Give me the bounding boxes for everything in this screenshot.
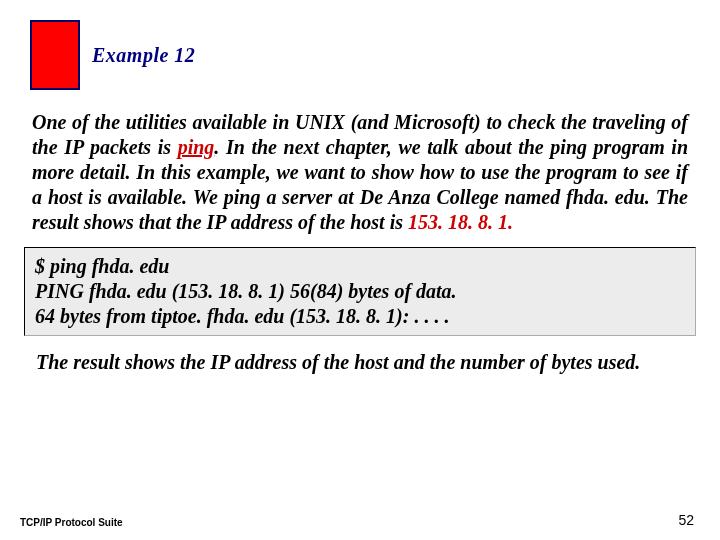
footer-title: TCP/IP Protocol Suite <box>20 517 123 528</box>
footer: TCP/IP Protocol Suite 52 <box>20 512 694 528</box>
code-block: $ ping fhda. edu PING fhda. edu (153. 18… <box>24 247 696 336</box>
example-title: Example 12 <box>92 44 195 67</box>
header: Example 12 <box>0 0 720 90</box>
result-paragraph: The result shows the IP address of the h… <box>36 350 684 375</box>
main-paragraph: One of the utilities available in UNIX (… <box>32 110 688 235</box>
ping-keyword: ping <box>178 136 215 158</box>
code-line: PING fhda. edu (153. 18. 8. 1) 56(84) by… <box>35 279 685 304</box>
ip-address-highlight: 153. 18. 8. 1. <box>408 211 513 233</box>
red-box-decoration <box>30 20 80 90</box>
code-line: 64 bytes from tiptoe. fhda. edu (153. 18… <box>35 304 685 329</box>
code-line: $ ping fhda. edu <box>35 254 685 279</box>
page-number: 52 <box>678 512 694 528</box>
